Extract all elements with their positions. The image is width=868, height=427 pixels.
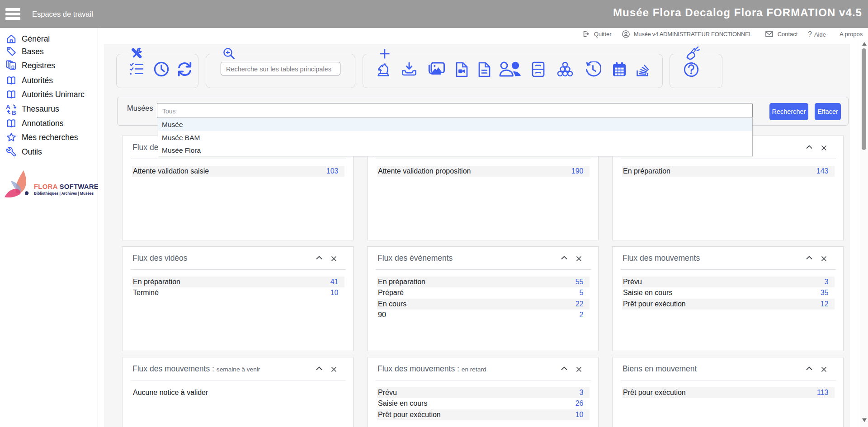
svg-text:B: B	[12, 109, 16, 115]
svg-text:FLORA SOFTWARE: FLORA SOFTWARE	[34, 183, 98, 190]
svg-text:Bibliothèques | Archives | Mus: Bibliothèques | Archives | Musées	[34, 192, 94, 196]
svg-text:A: A	[6, 103, 10, 110]
